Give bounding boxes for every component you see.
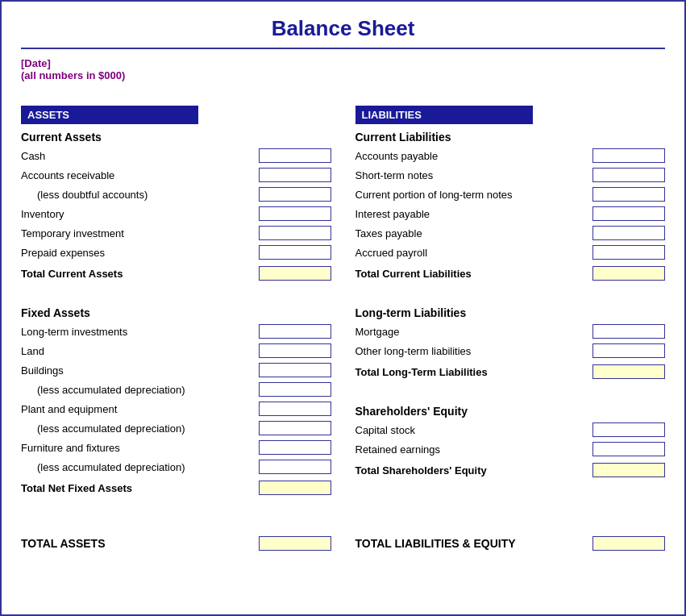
total-current-assets-label: Total Current Assets — [21, 268, 259, 280]
date-label: [Date] — [21, 57, 665, 69]
interest-payable-input[interactable] — [592, 206, 665, 221]
less-accum-dep1-label: (less accumulated depreciation) — [21, 384, 259, 396]
list-item: Taxes payable — [355, 224, 666, 242]
capital-stock-label: Capital stock — [355, 424, 593, 436]
less-doubtful-input[interactable] — [259, 187, 331, 202]
numbers-note: (all numbers in $000) — [21, 69, 665, 81]
list-item: Mortgage — [355, 323, 666, 340]
list-item: (less accumulated depreciation) — [21, 458, 331, 476]
liabilities-column: LIABILITIES Current Liabilities Accounts… — [355, 106, 666, 503]
plant-equipment-input[interactable] — [259, 402, 331, 416]
longterm-investments-input[interactable] — [259, 324, 331, 339]
current-assets-title: Current Assets — [21, 131, 331, 144]
total-current-liabilities-row: Total Current Liabilities — [355, 264, 666, 282]
temporary-investment-label: Temporary investment — [21, 227, 259, 239]
total-shareholders-equity-label: Total Shareholders' Equity — [355, 464, 593, 477]
plant-equipment-label: Plant and equipment — [21, 403, 259, 415]
total-net-fixed-assets-row: Total Net Fixed Assets — [21, 479, 331, 497]
total-liabilities-equity-row: TOTAL LIABILITIES & EQUITY — [355, 534, 666, 553]
accounts-receivable-input[interactable] — [259, 168, 331, 182]
list-item: Furniture and fixtures — [21, 439, 331, 456]
less-accum-dep3-label: (less accumulated depreciation) — [21, 461, 259, 473]
shareholders-equity-title: Shareholders' Equity — [355, 405, 666, 418]
retained-earnings-input[interactable] — [592, 442, 665, 456]
other-longterm-label: Other long-term liabilities — [355, 345, 593, 357]
total-current-assets-row: Total Current Assets — [21, 264, 331, 282]
list-item: Interest payable — [355, 205, 666, 223]
short-term-notes-label: Short-term notes — [355, 169, 593, 181]
land-label: Land — [21, 345, 259, 357]
list-item: Buildings — [21, 361, 331, 379]
less-accum-dep2-label: (less accumulated depreciation) — [21, 422, 259, 435]
total-current-liabilities-label: Total Current Liabilities — [355, 268, 593, 280]
assets-header: ASSETS — [21, 106, 198, 124]
fixed-assets-title: Fixed Assets — [21, 306, 331, 319]
list-item: Short-term notes — [355, 166, 666, 184]
accounts-receivable-label: Accounts receivable — [21, 169, 259, 181]
less-accum-dep1-input[interactable] — [259, 382, 331, 397]
list-item: (less accumulated depreciation) — [21, 419, 331, 437]
accrued-payroll-input[interactable] — [592, 245, 665, 260]
total-current-liabilities-input[interactable] — [592, 266, 665, 281]
list-item: Accounts receivable — [21, 166, 331, 184]
total-net-fixed-assets-input[interactable] — [259, 481, 331, 495]
total-assets-row: TOTAL ASSETS — [21, 534, 331, 553]
buildings-input[interactable] — [259, 363, 331, 377]
list-item: Cash — [21, 147, 331, 164]
buildings-label: Buildings — [21, 364, 259, 377]
land-input[interactable] — [259, 343, 331, 358]
furniture-fixtures-input[interactable] — [259, 440, 331, 455]
list-item: Capital stock — [355, 421, 666, 439]
interest-payable-label: Interest payable — [355, 208, 593, 220]
current-liabilities-title: Current Liabilities — [355, 131, 666, 144]
other-longterm-input[interactable] — [592, 343, 665, 358]
total-net-fixed-assets-label: Total Net Fixed Assets — [21, 482, 259, 494]
list-item: Inventory — [21, 205, 331, 223]
list-item: Other long-term liabilities — [355, 342, 666, 360]
longterm-liabilities-title: Long-term Liabilities — [355, 306, 666, 319]
list-item: (less doubtful accounts) — [21, 185, 331, 203]
short-term-notes-input[interactable] — [592, 168, 665, 182]
prepaid-expenses-label: Prepaid expenses — [21, 247, 259, 259]
taxes-payable-input[interactable] — [592, 226, 665, 240]
less-doubtful-label: (less doubtful accounts) — [21, 189, 259, 201]
total-shareholders-equity-row: Total Shareholders' Equity — [355, 461, 666, 479]
total-longterm-liabilities-input[interactable] — [592, 364, 665, 379]
cash-label: Cash — [21, 150, 259, 162]
current-portion-longterm-label: Current portion of long-term notes — [355, 189, 593, 201]
taxes-payable-label: Taxes payable — [355, 227, 593, 239]
list-item: Accrued payroll — [355, 243, 666, 261]
furniture-fixtures-label: Furniture and fixtures — [21, 442, 259, 454]
accounts-payable-input[interactable] — [592, 148, 665, 163]
temporary-investment-input[interactable] — [259, 226, 331, 240]
list-item: Current portion of long-term notes — [355, 185, 666, 203]
list-item: Plant and equipment — [21, 400, 331, 418]
total-liabilities-equity-input[interactable] — [592, 536, 665, 551]
assets-column: ASSETS Current Assets Cash Accounts rece… — [21, 106, 331, 503]
total-assets-label: TOTAL ASSETS — [21, 537, 259, 550]
inventory-input[interactable] — [259, 206, 331, 221]
accounts-payable-label: Accounts payable — [355, 150, 593, 162]
total-liabilities-equity-label: TOTAL LIABILITIES & EQUITY — [355, 537, 593, 550]
capital-stock-input[interactable] — [592, 422, 665, 437]
total-longterm-liabilities-label: Total Long-Term Liabilities — [355, 366, 593, 378]
retained-earnings-label: Retained earnings — [355, 443, 593, 456]
list-item: Long-term investments — [21, 323, 331, 340]
prepaid-expenses-input[interactable] — [259, 245, 331, 260]
cash-input[interactable] — [259, 148, 331, 163]
current-portion-longterm-input[interactable] — [592, 187, 665, 202]
list-item: Prepaid expenses — [21, 243, 331, 261]
total-current-assets-input[interactable] — [259, 266, 331, 281]
list-item: Retained earnings — [355, 440, 666, 458]
list-item: Accounts payable — [355, 147, 666, 164]
total-assets-input[interactable] — [259, 536, 331, 551]
accrued-payroll-label: Accrued payroll — [355, 247, 593, 259]
list-item: (less accumulated depreciation) — [21, 381, 331, 398]
page-title: Balance Sheet — [21, 16, 665, 41]
total-shareholders-equity-input[interactable] — [592, 463, 665, 477]
less-accum-dep2-input[interactable] — [259, 421, 331, 435]
less-accum-dep3-input[interactable] — [259, 460, 331, 474]
mortgage-input[interactable] — [592, 324, 665, 339]
total-longterm-liabilities-row: Total Long-Term Liabilities — [355, 363, 666, 381]
mortgage-label: Mortgage — [355, 326, 593, 338]
